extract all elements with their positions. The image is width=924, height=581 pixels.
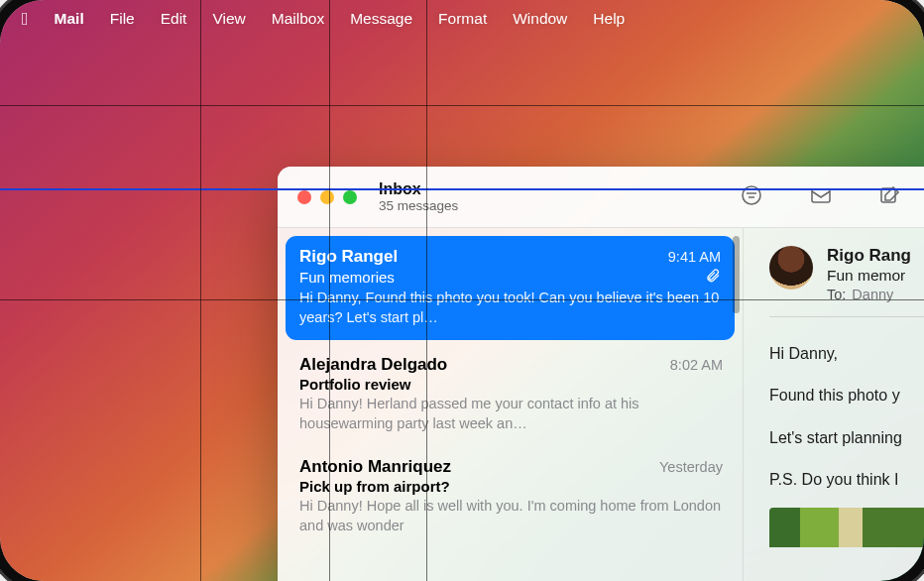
traffic-lights [297,190,357,204]
message-sender: Alejandra Delgado [299,355,447,375]
reader-body: Hi Danny, Found this photo y Let's start… [769,317,924,547]
message-sender: Antonio Manriquez [299,457,451,477]
window-titlebar: Inbox 35 messages [278,167,924,228]
scrollbar-thumb[interactable] [733,236,740,313]
svg-rect-1 [812,189,830,202]
zoom-window-button[interactable] [343,190,357,204]
guide-hline [0,299,924,300]
message-reader: Rigo Rang Fun memor To:Danny Hi Danny, F… [744,228,924,581]
menu-message[interactable]: Message [350,10,412,28]
filter-icon[interactable] [740,183,763,211]
message-time: 9:41 AM [668,249,721,265]
apple-menu-icon[interactable]:  [22,10,29,28]
menu-mailbox[interactable]: Mailbox [272,10,324,28]
reader-from: Rigo Rang [827,246,911,266]
message-subject: Fun memories [299,269,395,286]
menu-format[interactable]: Format [438,10,487,28]
message-time: 8:02 AM [670,357,723,373]
menubar:  Mail File Edit View Mailbox Message Fo… [0,0,924,38]
close-window-button[interactable] [297,190,311,204]
guide-vline [329,0,330,581]
message-preview: Hi Danny! Hope all is well with you. I'm… [299,497,723,535]
guide-vline [200,0,201,581]
menu-window[interactable]: Window [513,10,567,28]
attachment-image[interactable] [769,508,924,547]
compose-icon[interactable] [878,183,902,211]
guide-hline [0,188,924,190]
app-menu[interactable]: Mail [55,10,84,28]
guide-hline [0,105,924,106]
message-sender: Rigo Rangel [299,247,398,267]
message-time: Yesterday [659,459,723,475]
minimize-window-button[interactable] [320,190,334,204]
message-subject: Portfolio review [299,376,411,393]
menu-view[interactable]: View [212,10,245,28]
envelope-icon[interactable] [809,183,833,211]
guide-vline [426,0,427,581]
attachment-icon [705,268,721,287]
mailbox-count: 35 messages [379,198,458,214]
menu-help[interactable]: Help [593,10,625,28]
avatar [769,246,813,290]
message-row[interactable]: Antonio Manriquez Yesterday Pick up from… [278,446,743,548]
menu-file[interactable]: File [110,10,135,28]
message-row[interactable]: Rigo Rangel 9:41 AM Fun memories Hi Dann… [286,236,735,340]
message-list: Rigo Rangel 9:41 AM Fun memories Hi Dann… [278,228,744,581]
message-row[interactable]: Alejandra Delgado 8:02 AM Portfolio revi… [278,344,743,446]
message-preview: Hi Danny! Herland passed me your contact… [299,395,723,433]
mail-window: Inbox 35 messages Rigo Rangel 9:41 AM [278,167,924,581]
menu-edit[interactable]: Edit [161,10,187,28]
message-preview: Hi Danny, Found this photo you took! Can… [299,289,721,327]
reader-subject: Fun memor [827,267,911,285]
